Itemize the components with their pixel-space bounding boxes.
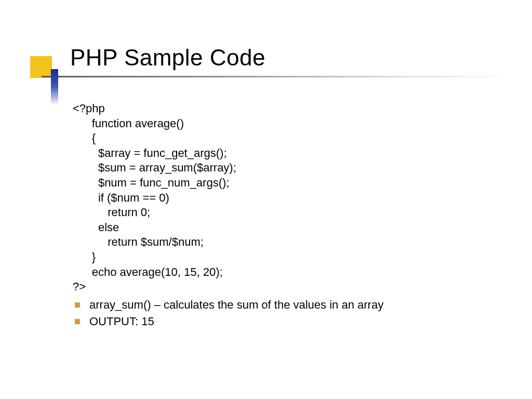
bullet-list: array_sum() – calculates the sum of the … (73, 298, 501, 329)
bullet-text: array_sum() – calculates the sum of the … (89, 298, 383, 311)
slide-title: PHP Sample Code (70, 45, 265, 71)
list-item: array_sum() – calculates the sum of the … (73, 298, 501, 313)
slide-content: <?php function average() { $array = func… (73, 101, 501, 331)
slide: PHP Sample Code <?php function average()… (0, 0, 532, 399)
decor-horizontal-line (42, 76, 512, 77)
bullet-text: OUTPUT: 15 (89, 315, 154, 328)
decor-bar-blue (51, 69, 58, 103)
decor-square-yellow (30, 56, 52, 78)
list-item: OUTPUT: 15 (73, 314, 501, 329)
code-block: <?php function average() { $array = func… (73, 101, 501, 295)
